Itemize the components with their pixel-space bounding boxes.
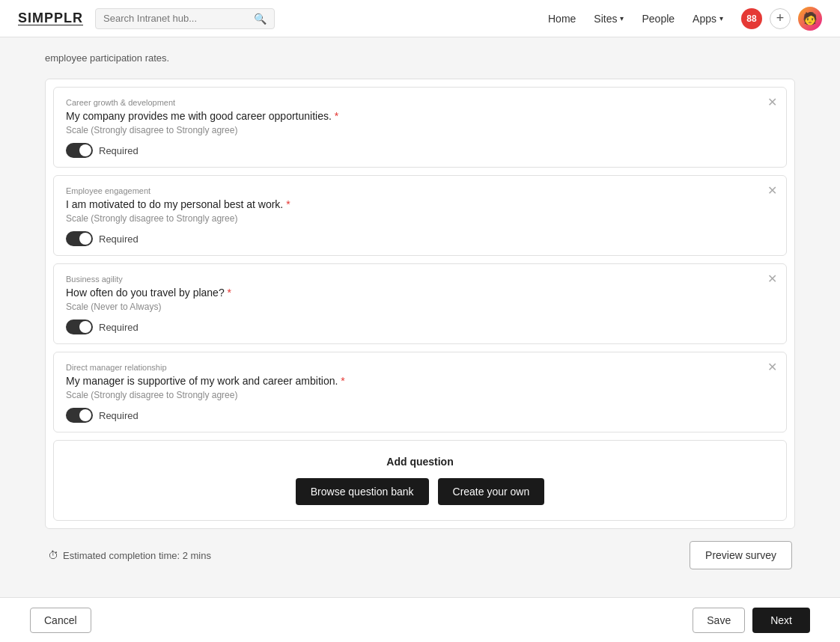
nav-people[interactable]: People: [642, 13, 675, 25]
question-category: Business agility: [66, 275, 774, 284]
toggle-row: Required: [66, 408, 774, 423]
add-question-buttons: Browse question bank Create your own: [69, 478, 771, 505]
notification-badge[interactable]: 88: [741, 8, 762, 29]
required-toggle[interactable]: [66, 231, 93, 246]
questions-container: ✕ Career growth & development My company…: [45, 79, 795, 529]
save-button[interactable]: Save: [693, 608, 745, 633]
add-question-title: Add question: [69, 456, 771, 468]
question-scale: Scale (Never to Always): [66, 302, 774, 312]
search-input[interactable]: [103, 13, 254, 24]
create-your-own-button[interactable]: Create your own: [438, 478, 545, 505]
completion-time-text: Estimated completion time: 2 mins: [63, 550, 211, 561]
toggle-row: Required: [66, 143, 774, 158]
question-card: ✕ Employee engagement I am motivated to …: [53, 175, 787, 256]
question-card: ✕ Career growth & development My company…: [53, 87, 787, 168]
question-text: How often do you travel by plane? *: [66, 287, 774, 299]
main-nav: Home Sites ▾ People Apps ▾: [548, 13, 723, 25]
footer-right-actions: Save Next: [693, 608, 810, 633]
browse-question-bank-button[interactable]: Browse question bank: [296, 478, 429, 505]
avatar[interactable]: 🧑: [798, 7, 822, 31]
question-text: My company provides me with good career …: [66, 110, 774, 122]
question-category: Career growth & development: [66, 98, 774, 107]
question-text: I am motivated to do my personal best at…: [66, 198, 774, 210]
toggle-label: Required: [99, 145, 139, 156]
question-card: ✕ Business agility How often do you trav…: [53, 263, 787, 344]
required-star: *: [286, 198, 290, 210]
completion-time: ⏱ Estimated completion time: 2 mins: [48, 549, 211, 561]
app-logo: SIMPPLR: [18, 10, 83, 26]
toggle-row: Required: [66, 320, 774, 334]
chevron-down-icon: ▾: [719, 14, 723, 22]
nav-sites[interactable]: Sites ▾: [594, 13, 624, 25]
question-category: Direct manager relationship: [66, 363, 774, 372]
question-scale: Scale (Strongly disagree to Strongly agr…: [66, 125, 774, 135]
app-header: SIMPPLR 🔍 Home Sites ▾ People Apps ▾ 88 …: [0, 0, 840, 37]
toggle-label: Required: [99, 410, 139, 421]
toggle-label: Required: [99, 233, 139, 245]
header-actions: 88 + 🧑: [741, 7, 822, 31]
add-question-section: Add question Browse question bank Create…: [53, 440, 787, 521]
intro-text: employee participation rates.: [45, 52, 795, 64]
remove-question-button[interactable]: ✕: [767, 361, 777, 373]
required-star: *: [228, 287, 231, 299]
required-toggle[interactable]: [66, 408, 93, 423]
toggle-label: Required: [99, 322, 139, 333]
clock-icon: ⏱: [48, 549, 58, 561]
question-text: My manager is supportive of my work and …: [66, 375, 774, 387]
question-scale: Scale (Strongly disagree to Strongly agr…: [66, 213, 774, 224]
page-footer: Cancel Save Next: [0, 597, 840, 642]
search-bar[interactable]: 🔍: [95, 8, 275, 29]
required-star: *: [335, 110, 338, 122]
search-icon[interactable]: 🔍: [254, 13, 267, 25]
question-card: ✕ Direct manager relationship My manager…: [53, 352, 787, 432]
required-star: *: [341, 375, 344, 387]
question-category: Employee engagement: [66, 186, 774, 195]
required-toggle[interactable]: [66, 320, 93, 334]
remove-question-button[interactable]: ✕: [767, 97, 777, 108]
nav-home[interactable]: Home: [548, 13, 576, 25]
remove-question-button[interactable]: ✕: [767, 185, 777, 197]
next-button[interactable]: Next: [752, 608, 810, 633]
chevron-down-icon: ▾: [620, 14, 624, 22]
remove-question-button[interactable]: ✕: [767, 273, 777, 285]
nav-apps[interactable]: Apps ▾: [693, 13, 723, 25]
required-toggle[interactable]: [66, 143, 93, 158]
cancel-button[interactable]: Cancel: [30, 608, 91, 633]
toggle-row: Required: [66, 231, 774, 246]
main-content: employee participation rates. ✕ Career g…: [0, 37, 840, 642]
preview-survey-button[interactable]: Preview survey: [690, 541, 792, 569]
question-scale: Scale (Strongly disagree to Strongly agr…: [66, 390, 774, 400]
bottom-info: ⏱ Estimated completion time: 2 mins Prev…: [45, 541, 795, 569]
add-button[interactable]: +: [770, 8, 791, 29]
